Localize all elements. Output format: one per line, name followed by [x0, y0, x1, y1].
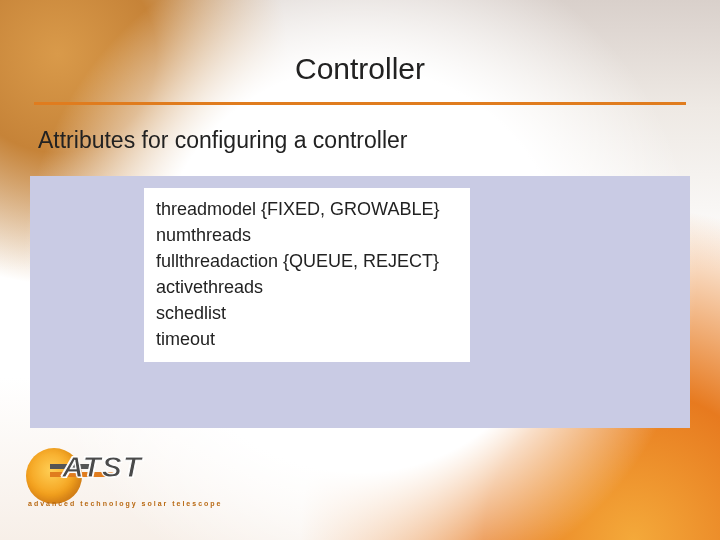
logo-tagline: advanced technology solar telescope [28, 500, 223, 507]
attribute-line: numthreads [156, 222, 458, 248]
content-panel: threadmodel {FIXED, GROWABLE} numthreads… [30, 176, 690, 428]
attribute-line: timeout [156, 326, 458, 352]
atst-logo: ATST advanced technology solar telescope [26, 448, 176, 518]
attribute-line: activethreads [156, 274, 458, 300]
attributes-box: threadmodel {FIXED, GROWABLE} numthreads… [144, 188, 470, 362]
slide: Controller Attributes for configuring a … [0, 0, 720, 540]
slide-title: Controller [0, 0, 720, 96]
attribute-line: threadmodel {FIXED, GROWABLE} [156, 196, 458, 222]
slide-subtitle: Attributes for configuring a controller [38, 127, 720, 154]
attribute-line: schedlist [156, 300, 458, 326]
title-rule [34, 102, 686, 105]
slide-content: Controller Attributes for configuring a … [0, 0, 720, 540]
attribute-line: fullthreadaction {QUEUE, REJECT} [156, 248, 458, 274]
logo-acronym: ATST [62, 450, 142, 484]
